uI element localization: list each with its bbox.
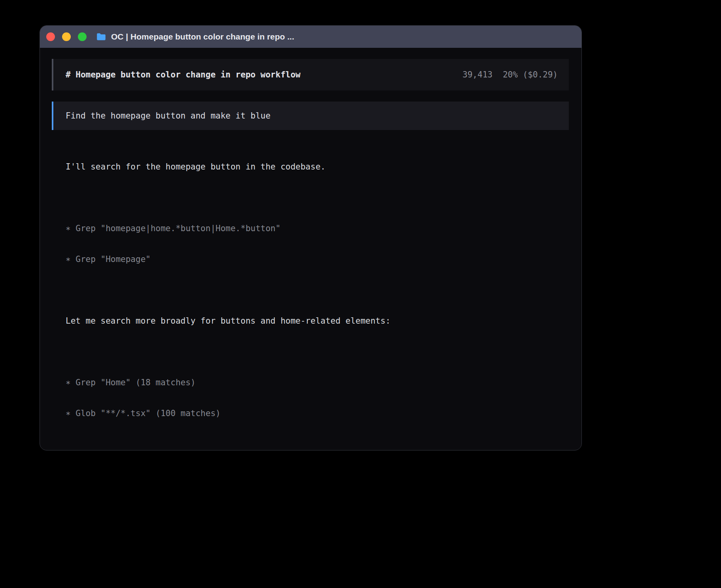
session-title: # Homepage button color change in repo w… <box>66 70 300 80</box>
assistant-text: Let me search more broadly for buttons a… <box>66 295 569 347</box>
tool-calls-grep-glob: ∗ Grep "Home" (18 matches) ∗ Glob "**/*.… <box>66 357 569 439</box>
assistant-text: I'll search for the homepage button in t… <box>66 141 569 192</box>
assistant-line: Let me search more broadly for buttons a… <box>66 316 569 326</box>
close-button[interactable] <box>46 32 55 41</box>
terminal-content: # Homepage button color change in repo w… <box>40 48 581 450</box>
assistant-text: I found several "Home" links. Let me loo… <box>66 449 569 450</box>
session-stats: 39,413 20% ($0.29) <box>462 70 558 80</box>
titlebar[interactable]: OC | Homepage button color change in rep… <box>40 26 581 48</box>
folder-icon <box>96 32 106 42</box>
tool-call-line: ∗ Grep "Homepage" <box>66 254 569 264</box>
traffic-lights <box>46 32 87 41</box>
token-count: 39,413 <box>462 70 493 80</box>
user-message: Find the homepage button and make it blu… <box>52 102 569 130</box>
fullscreen-button[interactable] <box>78 32 87 41</box>
context-usage: 20% ($0.29) <box>503 70 558 80</box>
tool-call-line: ∗ Grep "homepage|home.*button|Home.*butt… <box>66 223 569 234</box>
window-title: OC | Homepage button color change in rep… <box>111 32 294 41</box>
tool-calls-grep: ∗ Grep "homepage|home.*button|Home.*butt… <box>66 203 569 285</box>
user-message-text: Find the homepage button and make it blu… <box>66 111 270 121</box>
session-header: # Homepage button color change in repo w… <box>52 59 569 90</box>
terminal-window: OC | Homepage button color change in rep… <box>40 25 582 450</box>
tool-call-line: ∗ Grep "Home" (18 matches) <box>66 377 569 388</box>
minimize-button[interactable] <box>62 32 71 41</box>
tool-call-line: ∗ Glob "**/*.tsx" (100 matches) <box>66 408 569 418</box>
assistant-line: I'll search for the homepage button in t… <box>66 162 569 172</box>
conversation: I'll search for the homepage button in t… <box>52 141 569 450</box>
